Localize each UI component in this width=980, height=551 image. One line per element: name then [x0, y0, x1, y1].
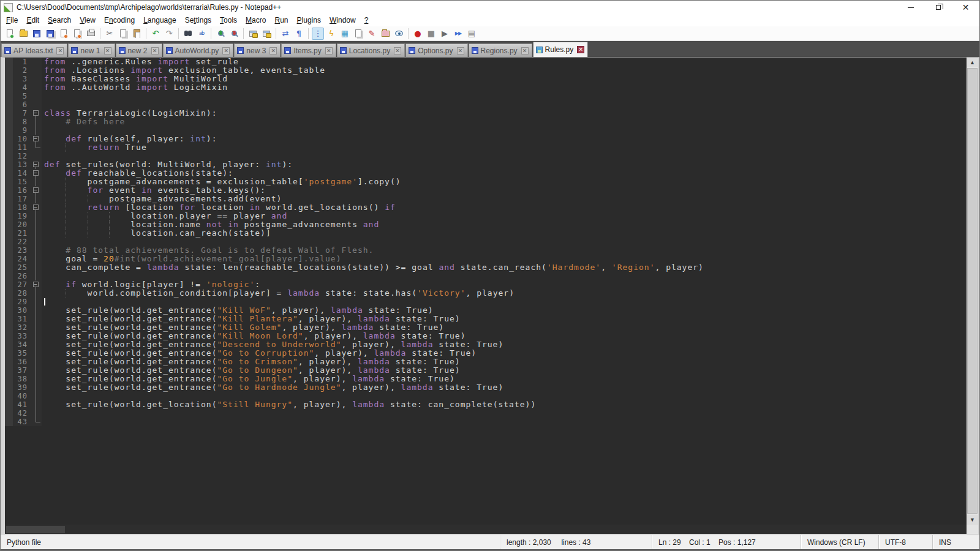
save-all-icon	[47, 30, 54, 37]
function-list-button[interactable]: ϟ	[325, 28, 337, 40]
fold-collapse-icon[interactable]: −	[33, 187, 39, 193]
close-all-button[interactable]	[71, 28, 83, 40]
fold-collapse-icon[interactable]: −	[33, 136, 39, 141]
line-number: 12	[13, 152, 31, 160]
fold-margin[interactable]: −	[31, 160, 42, 169]
close-tab-icon[interactable]: ✕	[325, 47, 333, 54]
tab-ap-ideas-txt[interactable]: AP Ideas.txt✕	[1, 43, 67, 57]
edit-marker-button[interactable]: ✎	[366, 28, 378, 40]
sync-scroll-vertical-button[interactable]	[247, 28, 259, 40]
macro-record-button[interactable]: ●	[412, 28, 424, 40]
tab-items-py[interactable]: Items.py✕	[281, 43, 336, 57]
close-tab-icon[interactable]: ✕	[151, 47, 159, 54]
close-tab-icon[interactable]: ✕	[270, 47, 277, 54]
print-button[interactable]	[85, 28, 97, 40]
close-button[interactable]: ✕	[952, 1, 979, 14]
restore-button[interactable]	[924, 1, 952, 14]
fold-margin	[31, 238, 42, 246]
window-bottom-edge	[1, 549, 979, 550]
cut-button[interactable]: ✂	[104, 28, 116, 40]
fold-collapse-icon[interactable]: −	[33, 110, 39, 116]
save-file-button[interactable]	[31, 28, 43, 40]
code-line: 40	[5, 392, 967, 400]
document-map-button[interactable]: ▦	[339, 28, 351, 40]
fold-margin[interactable]: −	[31, 169, 42, 178]
zoom-out-button[interactable]: −	[228, 28, 240, 40]
fold-margin[interactable]: −	[31, 135, 42, 143]
fold-collapse-icon[interactable]: −	[33, 170, 39, 176]
menu-edit[interactable]: Edit	[22, 15, 43, 26]
menu-view[interactable]: View	[75, 15, 100, 26]
macro-play-button[interactable]: ▶	[439, 28, 451, 40]
close-tab-icon[interactable]: ✕	[104, 47, 111, 54]
replace-button[interactable]: ab	[195, 28, 208, 40]
show-indent-guide-button[interactable]: ⋮	[312, 28, 324, 40]
vertical-scrollbar[interactable]: ▲ ▼	[967, 58, 978, 525]
menu-window[interactable]: Window	[325, 15, 360, 26]
close-tab-icon[interactable]: ✕	[521, 47, 529, 54]
close-tab-icon[interactable]: ✕	[394, 47, 401, 54]
fold-collapse-icon[interactable]: −	[33, 204, 39, 210]
status-length-lines: length : 2,030 lines : 43	[500, 535, 652, 549]
open-file-button[interactable]	[17, 28, 29, 40]
tab-rules-py[interactable]: Rules.py✕	[533, 42, 589, 57]
tab-options-py[interactable]: Options.py✕	[405, 43, 467, 57]
bookmark-margin	[5, 169, 13, 178]
scroll-down-arrow-icon[interactable]: ▼	[967, 515, 978, 525]
undo-button[interactable]: ↶	[149, 28, 162, 40]
tab-new-1[interactable]: new 1✕	[68, 43, 115, 57]
file-monitoring-icon	[395, 31, 403, 36]
show-all-characters-button[interactable]: ¶	[293, 28, 305, 40]
save-all-button[interactable]	[44, 28, 56, 40]
tab-new-2[interactable]: new 2✕	[116, 43, 162, 57]
fold-collapse-icon[interactable]: −	[33, 282, 39, 287]
word-wrap-button[interactable]: ⇄	[279, 28, 292, 40]
sync-scroll-horizontal-button[interactable]	[260, 28, 273, 40]
menu-plugins[interactable]: Plugins	[293, 15, 325, 26]
menu-run[interactable]: Run	[270, 15, 292, 26]
horizontal-scroll-thumb[interactable]	[6, 526, 65, 533]
minimize-button[interactable]	[897, 1, 924, 14]
document-list-button[interactable]	[352, 28, 364, 40]
menu-language[interactable]: Language	[139, 15, 181, 26]
find-button[interactable]	[182, 28, 194, 40]
menu-settings[interactable]: Settings	[181, 15, 216, 26]
menu-search[interactable]: Search	[43, 15, 75, 26]
menu-help[interactable]: ?	[360, 15, 373, 26]
menu-encoding[interactable]: Encoding	[100, 15, 139, 26]
new-file-button[interactable]	[4, 28, 16, 40]
vertical-scroll-thumb[interactable]	[967, 68, 978, 514]
close-tab-icon[interactable]: ✕	[577, 46, 584, 53]
zoom-in-button[interactable]: +	[214, 28, 227, 40]
fold-margin[interactable]: −	[31, 280, 42, 289]
fold-collapse-icon[interactable]: −	[33, 162, 39, 167]
menu-file[interactable]: File	[2, 15, 22, 26]
redo-button[interactable]: ↷	[163, 28, 175, 40]
menu-macro[interactable]: Macro	[241, 15, 270, 26]
close-tab-icon[interactable]: ✕	[56, 47, 64, 54]
macro-stop-button[interactable]: ■	[425, 28, 437, 40]
horizontal-scrollbar[interactable]	[5, 525, 967, 534]
fold-margin[interactable]: −	[31, 203, 42, 212]
tab-new-3[interactable]: new 3✕	[234, 43, 281, 57]
tab-autoworld-py[interactable]: AutoWorld.py✕	[163, 43, 234, 57]
menu-tools[interactable]: Tools	[216, 15, 241, 26]
project-panel-button[interactable]	[379, 28, 391, 40]
bookmark-margin	[5, 306, 13, 315]
copy-button[interactable]	[117, 28, 129, 40]
tab-locations-py[interactable]: Locations.py✕	[337, 43, 405, 57]
macro-run-multiple-button[interactable]: ▶▶	[452, 28, 464, 40]
fold-margin[interactable]: −	[31, 109, 42, 118]
scroll-up-arrow-icon[interactable]: ▲	[967, 58, 978, 67]
code-editor[interactable]: 1from ..generic.Rules import set_rule2fr…	[5, 58, 967, 525]
paste-button[interactable]	[130, 28, 143, 40]
macro-save-button[interactable]: ▤	[466, 28, 478, 40]
line-number: 43	[13, 418, 31, 426]
close-tab-icon[interactable]: ✕	[222, 47, 230, 54]
close-tab-icon[interactable]: ✕	[457, 47, 464, 54]
line-number: 34	[13, 340, 31, 349]
tab-regions-py[interactable]: Regions.py✕	[469, 43, 532, 57]
fold-margin[interactable]: −	[31, 186, 42, 195]
file-monitoring-button[interactable]	[393, 28, 405, 40]
close-file-button[interactable]	[58, 28, 70, 40]
